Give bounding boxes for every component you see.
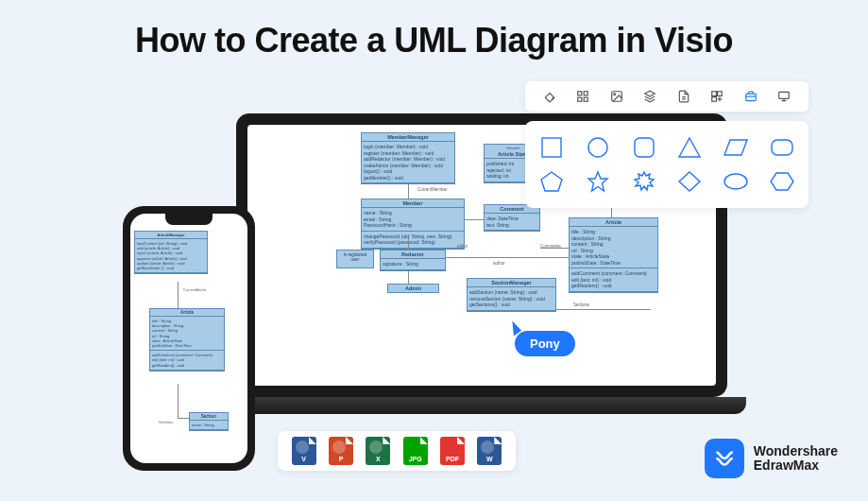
svg-rect-11 (542, 138, 561, 157)
shape-circle[interactable] (585, 136, 611, 159)
grid-icon[interactable] (575, 89, 590, 104)
uml-article[interactable]: Article title : String description : Str… (569, 217, 658, 293)
export-powerpoint[interactable]: P (329, 437, 353, 465)
components-icon[interactable] (709, 89, 724, 104)
label-editor: editor (457, 244, 468, 249)
uml-redactor[interactable]: Redactor signature : String (380, 250, 446, 271)
svg-point-5 (614, 94, 616, 95)
uml-section-manager[interactable]: SectionManager addSection (name: String)… (467, 278, 556, 312)
label-author: author (493, 261, 505, 266)
svg-rect-3 (584, 97, 587, 101)
svg-rect-2 (578, 97, 582, 101)
cursor-label: Pony (515, 331, 575, 356)
label-current-member: CurrentMember (417, 187, 448, 192)
shape-triangle[interactable] (676, 136, 703, 159)
shape-parallelogram[interactable] (723, 136, 749, 159)
brand-line1: Wondershare (754, 444, 838, 458)
presentation-icon[interactable] (776, 89, 791, 104)
label-current-article-phone: CurrentArticle (183, 287, 206, 292)
shape-rounded-rect[interactable] (769, 136, 795, 159)
uml-registered-note: is registered user (336, 250, 374, 268)
shape-ellipse[interactable] (723, 170, 749, 193)
phone-canvas: ArticleManager loadContent (url: String)… (130, 214, 247, 463)
label-sections-phone: Sections (159, 420, 173, 424)
uml-admin[interactable]: Admin (387, 284, 439, 293)
export-visio[interactable]: V (292, 437, 316, 465)
label-sections: Sections (573, 302, 589, 307)
shapes-palette (525, 121, 808, 208)
svg-rect-7 (718, 92, 723, 96)
shape-star[interactable] (585, 170, 611, 193)
shape-pentagon[interactable] (538, 170, 565, 193)
page-title: How to Create a UML Diagram in Visio (0, 21, 868, 60)
export-jpg[interactable]: JPG (403, 437, 428, 465)
svg-point-15 (724, 174, 747, 189)
fill-icon[interactable] (542, 89, 557, 104)
shape-hexagon[interactable] (769, 170, 795, 193)
uml-member-manager[interactable]: MemberManager login (member: Member) : v… (361, 132, 455, 184)
svg-rect-9 (746, 94, 757, 101)
svg-rect-14 (772, 140, 792, 155)
svg-rect-0 (578, 92, 582, 95)
phone-device: ArticleManager loadContent (url: String)… (123, 206, 255, 471)
label-comments: Comments (540, 244, 561, 249)
shape-diamond[interactable] (676, 170, 703, 193)
svg-rect-1 (584, 92, 587, 95)
svg-point-12 (588, 138, 607, 157)
brand: Wondershare EdrawMax (705, 439, 838, 478)
brand-logo-icon (705, 439, 744, 478)
layers-icon[interactable] (642, 89, 657, 104)
page-icon[interactable] (676, 89, 691, 104)
toolbar (525, 81, 808, 112)
export-pdf[interactable]: PDF (440, 437, 465, 465)
svg-rect-13 (635, 138, 654, 157)
image-icon[interactable] (609, 89, 624, 104)
export-excel[interactable]: X (366, 437, 390, 465)
shape-square[interactable] (538, 136, 565, 159)
export-formats: V P X JPG PDF W (278, 431, 516, 471)
svg-rect-8 (712, 97, 717, 102)
uml-article-phone[interactable]: Article title : String description : Str… (149, 308, 225, 371)
uml-comment[interactable]: Comment date: DateTime text: String (484, 204, 540, 232)
export-word[interactable]: W (477, 437, 502, 465)
svg-rect-10 (779, 92, 790, 98)
uml-member[interactable]: Member name : String email : String Pass… (361, 199, 465, 250)
uml-section-phone[interactable]: Section name : String (189, 412, 229, 431)
brand-line2: EdrawMax (754, 458, 838, 473)
collaborator-cursor: Pony (515, 331, 575, 356)
uml-article-manager-phone[interactable]: ArticleManager loadContent (url: String)… (134, 231, 208, 274)
shape-burst[interactable] (631, 170, 657, 193)
svg-rect-6 (712, 92, 717, 96)
shape-rounded-square[interactable] (631, 136, 657, 159)
library-icon[interactable] (743, 89, 758, 104)
